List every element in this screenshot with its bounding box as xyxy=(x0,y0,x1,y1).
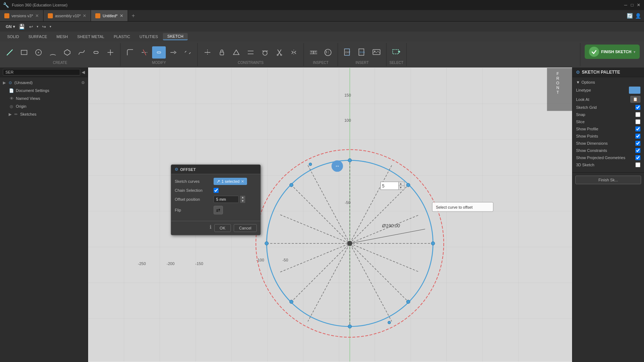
linetype-swatch[interactable] xyxy=(629,87,640,94)
svg-rect-11 xyxy=(156,51,162,54)
finish-sketch-button[interactable]: FINISH SKETCH ▾ xyxy=(585,45,640,59)
tool-insert-image[interactable] xyxy=(370,46,383,59)
viewport[interactable]: 150 100 -50 -50 -100 -250 -200 -150 xyxy=(88,68,572,362)
redo-btn[interactable]: ↪ xyxy=(41,23,47,30)
tree-item-origin[interactable]: ◎ Origin xyxy=(0,102,88,110)
undo-dropdown[interactable]: ▾ xyxy=(35,24,40,29)
insert-label: INSERT xyxy=(356,61,369,65)
tool-insert-dxf[interactable]: DXF xyxy=(341,46,355,59)
spin-up-btn[interactable]: ▲ xyxy=(240,196,245,199)
tab-close-versions[interactable]: ✕ xyxy=(35,13,39,18)
tool-spline[interactable] xyxy=(75,46,88,59)
minimize-btn[interactable]: ─ xyxy=(623,3,628,8)
tab-assembly[interactable]: assembly v10* ✕ xyxy=(44,10,91,21)
tool-scissors[interactable] xyxy=(273,46,286,59)
refresh-icon[interactable]: 🔄 xyxy=(627,13,633,19)
flip-btn[interactable]: ⇄ xyxy=(214,206,223,214)
tool-line[interactable] xyxy=(3,46,17,59)
tool-slot[interactable] xyxy=(89,46,103,59)
nav-tab-sheetmetal[interactable]: SHEET METAL xyxy=(73,33,109,40)
panel-collapse-btn[interactable]: ◀ xyxy=(82,70,85,75)
tool-fillet[interactable] xyxy=(123,46,137,59)
tool-polygon[interactable] xyxy=(60,46,74,59)
nav-tab-mesh[interactable]: MESH xyxy=(52,33,72,40)
inspect-label: INSPECT xyxy=(313,61,328,65)
svg-text:150: 150 xyxy=(344,93,351,97)
maximize-btn[interactable]: □ xyxy=(630,3,635,8)
window-controls[interactable]: ─ □ ✕ xyxy=(623,3,641,8)
clear-selection-btn[interactable]: ✕ xyxy=(241,179,244,184)
look-at-btn[interactable]: 📋 xyxy=(630,96,640,103)
nav-tab-utilities[interactable]: UTILITIES xyxy=(135,33,162,40)
save-icon[interactable]: 💾 xyxy=(19,24,25,29)
close-btn[interactable]: ✕ xyxy=(636,3,641,8)
finish-sketch-dropdown[interactable]: ▾ xyxy=(634,50,635,54)
cancel-button[interactable]: Cancel xyxy=(234,224,257,232)
triangle-icon xyxy=(231,47,241,57)
nav-tab-sketch[interactable]: SKETCH xyxy=(163,33,188,40)
profile-icon[interactable]: 👤 xyxy=(635,13,641,19)
selected-badge[interactable]: ↗ 1 selected ✕ xyxy=(214,178,247,185)
tree-item-sketches[interactable]: ▶ ✏ Sketches xyxy=(0,110,88,118)
tab-close-assembly[interactable]: ✕ xyxy=(83,13,86,18)
tree-item-doc-settings[interactable]: 📄 Document Settings xyxy=(0,87,88,94)
tool-select-window[interactable] xyxy=(389,46,403,59)
tool-tangent[interactable] xyxy=(258,46,272,59)
sketch-grid-checkbox[interactable] xyxy=(635,105,640,110)
tool-circle[interactable] xyxy=(32,46,45,59)
show-profile-checkbox[interactable] xyxy=(635,126,640,131)
show-constraints-checkbox[interactable] xyxy=(635,148,640,153)
spline-icon xyxy=(77,47,87,57)
tool-triangle-constraint[interactable] xyxy=(229,46,243,59)
offset-position-input[interactable] xyxy=(214,196,239,203)
design-nav-btn[interactable]: GN ▾ xyxy=(3,24,18,30)
tree-item-unsaved[interactable]: ▶ ⊙ (Unsaved) ⚙ xyxy=(0,79,88,87)
tool-arc[interactable] xyxy=(46,46,60,59)
nav-tab-plastic[interactable]: PLASTIC xyxy=(109,33,134,40)
tool-coincident[interactable] xyxy=(201,46,214,59)
tool-point[interactable] xyxy=(104,46,117,59)
tree-item-named-views[interactable]: 👁 Named Views xyxy=(0,94,88,102)
tool-lock[interactable] xyxy=(215,46,229,59)
show-points-checkbox[interactable] xyxy=(635,134,640,139)
tab-untitled[interactable]: Untitled* ✕ xyxy=(91,10,128,21)
snap-checkbox[interactable] xyxy=(635,112,640,117)
chain-selection-checkbox[interactable] xyxy=(214,188,219,193)
tool-symmetric[interactable] xyxy=(287,46,301,59)
svg-text:SVG: SVG xyxy=(360,51,365,54)
nav-tab-solid[interactable]: SOLID xyxy=(3,33,23,40)
tool-zebra[interactable] xyxy=(321,46,335,59)
tab-versions[interactable]: versions v3* ✕ xyxy=(0,10,44,21)
nav-tab-surface[interactable]: SURFACE xyxy=(24,33,51,40)
tool-measure[interactable] xyxy=(307,46,320,59)
tool-parallel[interactable] xyxy=(244,46,257,59)
undo-btn[interactable]: ↩ xyxy=(28,23,35,30)
tab-label-untitled: Untitled* xyxy=(102,14,118,18)
tool-rect[interactable] xyxy=(17,46,31,59)
palette-options-label[interactable]: ▼ Options xyxy=(576,80,640,84)
slice-checkbox[interactable] xyxy=(635,119,640,124)
show-projected-checkbox[interactable] xyxy=(635,155,640,160)
tab-add-button[interactable]: + xyxy=(128,10,138,21)
tool-offset[interactable] xyxy=(152,46,166,59)
tool-insert-svg[interactable]: SVG xyxy=(355,46,369,59)
options-arrow: ▼ xyxy=(576,80,580,84)
spin-down-btn[interactable]: ▼ xyxy=(240,199,245,203)
3d-sketch-checkbox[interactable] xyxy=(635,162,640,167)
browser-search-input[interactable] xyxy=(3,69,80,75)
show-dimensions-checkbox[interactable] xyxy=(635,141,640,146)
tab-close-untitled[interactable]: ✕ xyxy=(120,13,123,18)
tab-icon-assembly xyxy=(48,13,53,18)
settings-gear-icon[interactable]: ⚙ xyxy=(81,80,85,85)
svg-text:-150: -150 xyxy=(195,261,203,266)
redo-dropdown[interactable]: ▾ xyxy=(48,24,53,29)
inspect-tools xyxy=(307,45,335,60)
info-icon[interactable]: ℹ xyxy=(210,224,211,232)
tool-break[interactable] xyxy=(181,46,195,59)
insert-dxf-icon: DXF xyxy=(343,47,353,57)
ok-button[interactable]: OK xyxy=(214,224,231,232)
tool-extend[interactable] xyxy=(166,46,180,59)
finish-sketch-palette-btn[interactable]: Finish Sk... xyxy=(575,176,641,184)
tool-trim[interactable] xyxy=(138,46,151,59)
svg-point-91 xyxy=(289,183,293,187)
